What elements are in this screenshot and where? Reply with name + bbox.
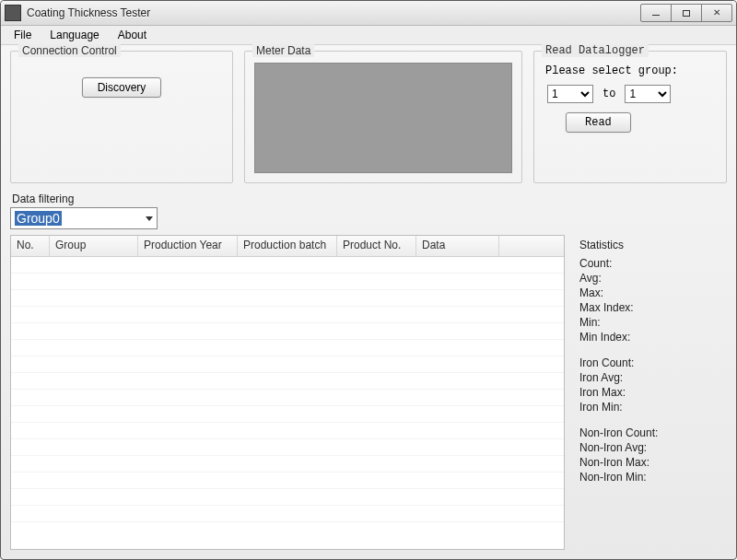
stat-iron-max: Iron Max: [579,386,727,399]
data-filtering-label: Data filtering [12,192,727,205]
col-data[interactable]: Data [416,236,499,256]
menu-language[interactable]: Language [50,29,99,41]
col-year[interactable]: Production Year [138,236,238,256]
stat-iron-min: Iron Min: [579,401,727,414]
stat-iron-count: Iron Count: [579,356,727,369]
col-product[interactable]: Product No. [337,236,416,256]
menu-file[interactable]: File [14,29,31,41]
top-row: Connection Control Discovery Meter Data … [10,51,727,183]
window-title: Coating Thickness Tester [27,6,641,19]
group-from-select[interactable]: 1 [547,85,593,103]
menubar: File Language About [1,26,736,45]
menu-about[interactable]: About [118,29,146,41]
app-icon [5,5,21,21]
meter-data-panel [254,63,512,173]
col-no[interactable]: No. [11,236,50,256]
client-area: Connection Control Discovery Meter Data … [1,45,736,559]
table-row [11,356,564,373]
table-row [11,506,564,522]
datalogger-legend: Read Datalogger [542,44,649,57]
read-datalogger-group: Read Datalogger Please select group: 1 t… [533,51,727,183]
discovery-button[interactable]: Discovery [82,77,162,98]
chevron-down-icon [146,216,153,221]
table-row [11,456,564,472]
table-body[interactable] [11,257,564,549]
connection-legend: Connection Control [18,44,121,57]
col-spacer [499,236,564,256]
table-row [11,340,564,356]
stat-min-index: Min Index: [579,331,727,344]
table-row [11,489,564,506]
statistics-panel: Statistics Count: Avg: Max: Max Index: M… [574,235,727,550]
table-row [11,390,564,406]
meter-data-group: Meter Data [244,51,522,183]
table-row [11,290,564,307]
to-label: to [602,88,615,100]
table-row [11,323,564,340]
group-to-select[interactable]: 1 [625,85,671,103]
col-group[interactable]: Group [50,236,138,256]
maximize-button[interactable] [671,4,702,22]
mid-row: No. Group Production Year Production bat… [10,235,727,550]
titlebar: Coating Thickness Tester [1,1,736,26]
data-filtering-select[interactable]: Group0 [10,207,158,229]
window-buttons [641,4,732,22]
stat-iron-avg: Iron Avg: [579,371,727,384]
stat-count: Count: [579,257,727,270]
stat-noniron-max: Non-Iron Max: [579,456,727,469]
stat-noniron-count: Non-Iron Count: [579,426,727,439]
minimize-button[interactable] [640,4,672,22]
data-filtering-area: Data filtering Group0 [10,189,727,229]
table-header: No. Group Production Year Production bat… [11,236,564,257]
stat-min: Min: [579,316,727,329]
stat-noniron-avg: Non-Iron Avg: [579,441,727,454]
table-row [11,257,564,274]
table-row [11,472,564,489]
close-button[interactable] [701,4,732,22]
app-window: Coating Thickness Tester File Language A… [0,0,737,560]
datalogger-prompt: Please select group: [545,64,717,77]
table-row [11,406,564,423]
stat-max: Max: [579,286,727,299]
read-button[interactable]: Read [566,112,631,133]
stat-avg: Avg: [579,272,727,285]
table-row [11,373,564,390]
connection-control-group: Connection Control Discovery [10,51,233,183]
table-row [11,274,564,290]
stat-noniron-min: Non-Iron Min: [579,471,727,484]
table-row [11,307,564,323]
data-table: No. Group Production Year Production bat… [10,235,565,550]
col-batch[interactable]: Production batch [238,236,337,256]
table-row [11,439,564,456]
table-row [11,423,564,439]
filter-selected-value: Group0 [15,211,62,226]
stats-header: Statistics [579,239,727,251]
meter-legend: Meter Data [252,44,314,57]
stat-max-index: Max Index: [579,301,727,314]
